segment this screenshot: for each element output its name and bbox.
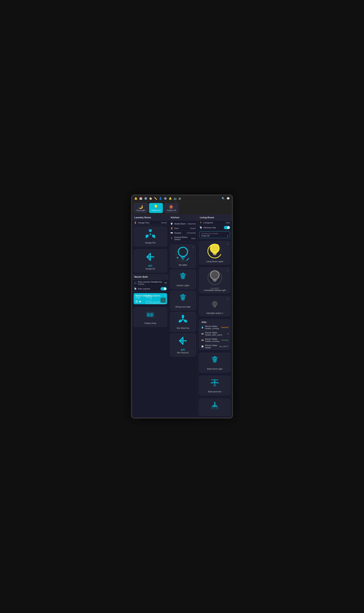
kitchen-lights-card[interactable]: Kitchen Lights [170, 269, 196, 289]
abode-alarm-row: 🛡️ Abode Alarm Disarmed [169, 222, 197, 226]
nav-icon-tv[interactable]: 📺 [174, 197, 177, 200]
living-room-section: Living Room 🏃 Livingroom Clear 📡 Harmony… [198, 215, 232, 239]
outdoor-off-label: Outdoor off [167, 209, 176, 211]
hall-lights-label: Hall lights Switch 1 [201, 312, 228, 314]
water-heater-running-label: Electric Water Heater_running [205, 325, 220, 329]
garage-ac-card[interactable]: A/C Garage AC [134, 249, 167, 273]
water-heater-status-icon: 👁️ [201, 339, 204, 341]
roku-express-row: 📡 Roku express [132, 286, 169, 291]
good-night-button[interactable]: 🌙 Good night [134, 203, 148, 213]
nav-icon-settings[interactable]: ⚙️ [144, 197, 147, 200]
svg-rect-47 [213, 281, 216, 282]
headphones-icon: 🎧 [134, 282, 137, 284]
water-heater-temp-row: 🔲 Electric Water Heater Eco 130 °F [199, 343, 230, 350]
bar-lights-dial [175, 246, 191, 263]
living-room-lights-card[interactable]: ⋮ Living Room Ligh [199, 241, 230, 264]
mantle-light-card[interactable]: ⋮ Unavailable [199, 267, 230, 293]
attic-section: Attic 💧 Electric Water Heater_running De… [199, 319, 230, 350]
living-room-lights-dial [207, 243, 223, 259]
svg-point-32 [182, 319, 184, 320]
svg-rect-46 [213, 279, 217, 281]
dining-room-light-label: Dining room light [172, 306, 194, 308]
harmony-dropdown[interactable]: Harmony Hub Activities Power Off ▾ [199, 231, 230, 238]
garage-fan-card[interactable]: Garage Fan [134, 227, 167, 247]
svg-point-3 [150, 234, 151, 235]
bar-lights-three-dot[interactable]: ⋮ [192, 246, 194, 249]
hall-lights-three-dot[interactable]: ⋮ [226, 298, 229, 301]
nav-icon-alert[interactable]: 🔔 [169, 197, 172, 200]
kitchen-door-icon: 🚪 [170, 227, 173, 230]
dining-room-light-card[interactable]: Dining room light [170, 291, 196, 311]
water-heater-temp-icon: 🔲 [201, 345, 204, 348]
attic-header: Attic [199, 319, 230, 324]
left-panel: Laundry Room 🚪 Garage Door Closed [132, 215, 169, 417]
living-room-bulb-icon [207, 242, 223, 260]
bottom-device-card[interactable] [199, 398, 230, 416]
back-porch-fan-icon [201, 378, 228, 390]
she-shed-fan-icon [172, 315, 194, 326]
dining-light-icon [172, 293, 194, 305]
roku-label: Roku express [138, 288, 159, 290]
svg-rect-54 [214, 356, 216, 357]
nav-icon-chat[interactable]: 💬 [227, 197, 230, 200]
roku-headphones-value: Off [164, 282, 167, 284]
water-heater-temp-value: Eco 130 °F [219, 346, 228, 348]
laundry-room-section: Laundry Room 🚪 Garage Door Closed [132, 215, 169, 225]
outdoor-on-button[interactable]: 💡 Outdoor on [149, 203, 163, 213]
svg-rect-13 [147, 316, 153, 317]
nav-icon-calendar[interactable]: 📅 [139, 197, 142, 200]
abode-alarm-value: Disarmed [188, 223, 196, 225]
she-shed-fan-card[interactable]: She Shed Fan [170, 312, 196, 332]
living-room-lights-label: Living Room Lights [201, 260, 228, 262]
media-player-card[interactable]: ⋮ Master bath Roku express Home MyChanne… [134, 293, 167, 304]
nav-icon-search[interactable]: 🔍 [222, 197, 225, 200]
nav-icon-notifications[interactable]: 🔔 [134, 197, 137, 200]
water-heater-running-row: 💧 Electric Water Heater_running Detected [199, 324, 230, 331]
livingroom-value: Clear [226, 222, 230, 224]
outdoor-amp-card[interactable]: Outdoor Amp [134, 307, 167, 327]
living-room-lights-three-dot[interactable]: ⋮ [226, 243, 229, 245]
outdoor-on-label: Outdoor on [151, 209, 160, 211]
water-heater-status-row: 👁️ Electric Water Heater_running... Runn… [199, 337, 230, 343]
roku-toggle[interactable] [160, 287, 167, 290]
garage-fan-icon [136, 229, 165, 240]
water-heater-running-icon: 💧 [201, 326, 204, 329]
she-shed-fan-label: She Shed Fan [172, 327, 194, 329]
svg-rect-64 [213, 405, 217, 406]
keypad-motion-label: Keypad Motion Sensor [174, 236, 190, 240]
she-shed-ac-card[interactable]: A/C She Shed AC [170, 333, 196, 356]
svg-line-66 [211, 407, 212, 409]
outdoor-amp-label: Outdoor Amp [136, 322, 165, 324]
ac-text: A/C [136, 264, 165, 267]
center-panel: Kitchen 🛡️ Abode Alarm Disarmed 🚪 Door C… [169, 215, 198, 417]
mantle-light-three-dot[interactable]: ⋮ [226, 269, 229, 272]
back-porch-light-card[interactable]: Back Porch Light [199, 353, 230, 373]
media-play-button[interactable]: ▶ [139, 300, 142, 303]
svg-point-30 [183, 319, 188, 323]
garage-ac-icon [136, 252, 165, 263]
roku-headphones-row: 🎧 Roku express Headphones Conne... Off [132, 280, 169, 286]
harmony-dropdown-title: Harmony Hub Activities [201, 233, 228, 235]
hall-lights-card[interactable]: ⋮ Hall lights Switch 1 [199, 296, 230, 316]
bar-lights-card[interactable]: ⋮ Bar [170, 244, 196, 268]
harmony-toggle[interactable] [224, 226, 230, 229]
mantle-light-dial [207, 269, 223, 286]
media-power-button[interactable]: ⏻ [135, 300, 138, 303]
svg-point-31 [178, 319, 183, 323]
outdoor-off-button[interactable]: 🔕 Outdoor off [164, 203, 178, 213]
svg-rect-63 [214, 402, 216, 405]
nav-icon-edit[interactable]: ✏️ [154, 197, 157, 200]
nav-icon-home[interactable]: 🏠 [149, 197, 152, 200]
back-porch-fan-card[interactable]: Back porch fan [199, 376, 230, 395]
water-heater-alert-value: 0 [227, 333, 228, 335]
water-heater-status-label: Electric Water Heater_running... [205, 338, 221, 342]
mantle-light-bulb-icon [207, 269, 223, 287]
nav-icon-grid[interactable]: ▦ [179, 197, 181, 200]
svg-point-62 [213, 385, 216, 387]
svg-rect-50 [214, 307, 216, 307]
nav-icon-user[interactable]: 👤 [159, 197, 162, 200]
svg-point-57 [210, 382, 214, 384]
nav-icons-right: 🔍 💬 [222, 197, 230, 200]
nav-icon-star[interactable]: ❄️ [164, 197, 167, 200]
outdoor-off-icon: 🔕 [167, 205, 176, 209]
